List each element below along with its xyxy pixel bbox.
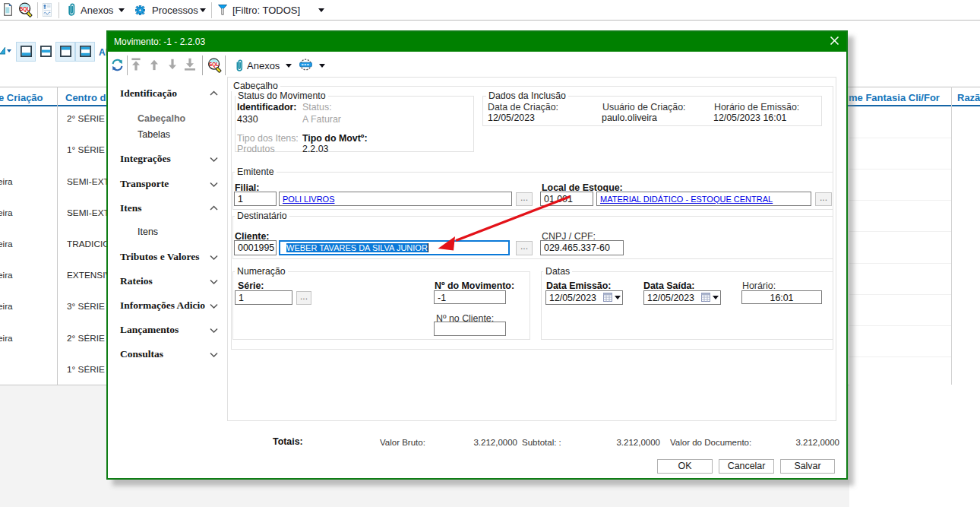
svg-text:SQL: SQL: [20, 6, 30, 12]
svg-text:SQL: SQL: [209, 62, 219, 68]
